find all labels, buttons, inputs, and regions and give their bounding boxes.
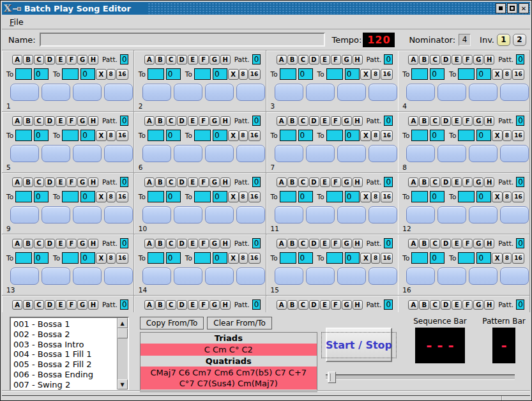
pattern-letter-h-button[interactable]: H [220,55,231,64]
scroll-down-button[interactable]: ▼ [118,379,128,390]
chord-slot[interactable] [10,145,39,162]
patt-input[interactable]: 0 [384,238,393,248]
pattern-letter-b-button[interactable]: B [419,178,429,187]
pattern-letter-a-button[interactable]: A [277,55,287,64]
to-value-input[interactable]: 0 [430,130,445,141]
pattern-letter-b-button[interactable]: B [155,239,165,248]
pattern-letter-c-button[interactable]: C [34,178,44,187]
pattern-letter-b-button[interactable]: B [23,239,33,248]
to-value-input[interactable]: 0 [476,130,491,141]
pattern-letter-e-button[interactable]: E [320,239,330,248]
pattern-letter-h-button[interactable]: H [484,239,494,248]
chord-slot[interactable] [104,206,133,223]
pattern-letter-a-button[interactable]: A [144,116,155,126]
window-icon[interactable]: X [4,3,21,15]
pattern-letter-b-button[interactable]: B [23,300,33,310]
pattern-letter-g-button[interactable]: G [209,116,220,126]
eight-button[interactable]: 8 [107,69,116,80]
chord-slot[interactable] [275,268,303,285]
pattern-letter-b-button[interactable]: B [287,55,298,64]
chord-slot[interactable] [205,145,234,162]
pattern-letter-a-button[interactable]: A [408,116,418,126]
patt-input[interactable]: 0 [120,238,128,248]
scrollbar-thumb[interactable] [118,328,128,338]
name-input[interactable] [40,33,326,47]
pattern-letter-c-button[interactable]: C [430,116,440,126]
pattern-letter-b-button[interactable]: B [419,116,429,126]
to-value-input[interactable]: 0 [345,130,360,141]
pattern-letter-f-button[interactable]: F [199,116,209,126]
to-from-box[interactable] [411,191,428,202]
clear-x-button[interactable]: X [360,130,371,141]
pattern-letter-b-button[interactable]: B [287,300,298,310]
pattern-letter-c-button[interactable]: C [166,239,176,248]
chord-slot[interactable] [104,145,133,162]
song-list-item[interactable]: 001 - Bossa 1 [13,319,117,329]
pattern-letter-f-button[interactable]: F [66,178,77,187]
to-value-input[interactable]: 0 [166,130,181,141]
pattern-letter-a-button[interactable]: A [408,239,418,248]
chord-slot[interactable] [205,84,234,101]
pattern-letter-a-button[interactable]: A [277,116,287,126]
chord-slot[interactable] [205,268,234,285]
chord-slot[interactable] [437,145,466,162]
chord-slot[interactable] [337,145,366,162]
chord-slot[interactable] [469,206,498,223]
pattern-letter-b-button[interactable]: B [155,178,165,187]
pattern-letter-d-button[interactable]: D [309,178,319,187]
patt-input[interactable]: 0 [120,177,128,187]
pattern-letter-g-button[interactable]: G [209,178,220,187]
patt-input[interactable]: 0 [516,116,524,126]
chord-slot[interactable] [406,206,435,223]
eight-button[interactable]: 8 [371,253,380,264]
pattern-letter-a-button[interactable]: A [144,239,155,248]
pattern-letter-f-button[interactable]: F [199,239,209,248]
start-stop-button[interactable]: Start / Stop [326,328,392,362]
scrollbar-track[interactable] [118,338,128,379]
sixteen-button[interactable]: 16 [248,69,261,80]
pattern-letter-g-button[interactable]: G [77,300,87,310]
pattern-letter-c-button[interactable]: C [166,55,176,64]
to-from-box[interactable] [458,252,475,264]
pattern-letter-a-button[interactable]: A [12,178,22,187]
pattern-letter-h-button[interactable]: H [353,55,363,64]
pattern-letter-g-button[interactable]: G [342,178,352,187]
pattern-letter-d-button[interactable]: D [309,239,319,248]
to-from-box[interactable] [458,191,475,202]
patt-input[interactable]: 0 [516,54,524,64]
to-value-input[interactable]: 0 [34,130,49,141]
pattern-letter-d-button[interactable]: D [45,300,55,310]
pattern-letter-c-button[interactable]: C [34,239,44,248]
pattern-letter-h-button[interactable]: H [484,116,494,126]
pattern-letter-f-button[interactable]: F [331,178,341,187]
resize-bar[interactable] [2,395,530,400]
to-value-input[interactable]: 0 [213,130,227,141]
song-list-item[interactable]: 006 - Bossa Ending [13,370,117,380]
clear-x-button[interactable]: X [360,69,371,80]
pattern-letter-h-button[interactable]: H [220,178,231,187]
pattern-letter-e-button[interactable]: E [320,55,330,64]
to-from-box[interactable] [15,130,32,141]
chord-slot[interactable] [406,145,435,162]
sixteen-button[interactable]: 16 [116,69,128,80]
pattern-letter-d-button[interactable]: D [45,239,55,248]
pattern-letter-d-button[interactable]: D [45,55,55,64]
chord-slot[interactable] [142,206,171,223]
pattern-letter-h-button[interactable]: H [220,239,231,248]
clear-x-button[interactable]: X [228,69,239,80]
pattern-letter-d-button[interactable]: D [441,55,451,64]
patt-input[interactable]: 0 [252,116,261,126]
chord-slot[interactable] [306,268,335,285]
to-from-box[interactable] [458,130,475,141]
chord-slot[interactable] [275,145,303,162]
pattern-letter-e-button[interactable]: E [56,178,66,187]
pattern-letter-e-button[interactable]: E [188,300,198,310]
to-value-input[interactable]: 0 [298,68,313,80]
pattern-letter-c-button[interactable]: C [166,300,176,310]
to-value-input[interactable]: 0 [476,191,491,202]
eight-button[interactable]: 8 [107,253,116,264]
clear-x-button[interactable]: X [492,130,503,141]
to-value-input[interactable]: 0 [166,252,181,264]
patt-input[interactable]: 0 [516,238,524,248]
pattern-letter-b-button[interactable]: B [419,55,429,64]
